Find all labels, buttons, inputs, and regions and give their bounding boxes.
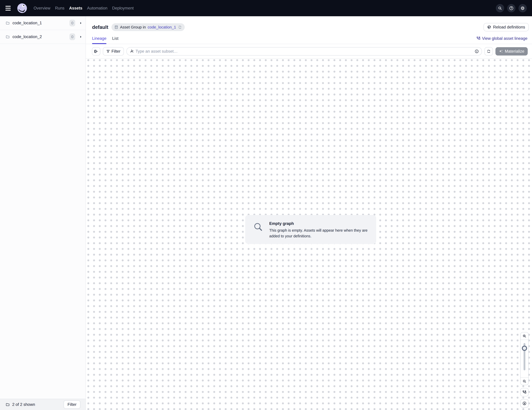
sparkle-icon (499, 49, 503, 53)
materialize-label: Materialize (505, 49, 524, 54)
gear-icon (520, 6, 525, 10)
graph-toolbar: Filter (86, 44, 532, 58)
refresh-graph-button[interactable] (484, 47, 493, 56)
toggle-sidebar-panel-button[interactable] (92, 47, 100, 56)
reload-definitions-button[interactable]: Reload definitions (484, 23, 529, 31)
nav-item-automation[interactable]: Automation (87, 6, 107, 10)
page-header: default Asset Group in code_location_1 (92, 16, 529, 33)
reload-cube-icon (487, 25, 491, 29)
folder-icon (6, 35, 10, 39)
filter-syntax-info-icon[interactable] (475, 49, 479, 53)
octopus-logo-icon (17, 3, 27, 13)
asset-subset-input[interactable] (135, 49, 473, 54)
zoom-in-icon (522, 334, 526, 338)
code-location-name: code_location_1 (12, 21, 42, 25)
op-selector-icon (130, 49, 134, 53)
zoom-out-button[interactable] (521, 378, 528, 385)
view-global-asset-lineage-link[interactable]: View global asset lineage (477, 33, 527, 44)
shown-count-label: 2 of 2 shown (12, 402, 35, 407)
primary-nav: Overview Runs Assets Automation Deployme… (34, 6, 134, 10)
asset-group-icon (114, 25, 118, 29)
help-icon (509, 6, 513, 10)
reload-definitions-label: Reload definitions (493, 25, 525, 29)
download-image-button[interactable] (520, 399, 529, 408)
zoom-controls (520, 332, 529, 408)
top-navbar: Overview Runs Assets Automation Deployme… (0, 0, 532, 16)
chevron-right-icon[interactable] (80, 22, 82, 24)
asset-group-badge: Asset Group in code_location_1 (112, 23, 185, 31)
empty-graph-texts: Empty graph This graph is empty. Assets … (269, 221, 375, 239)
view-tabs: Lineage List View global asset lineage (86, 33, 532, 44)
search-button[interactable] (496, 4, 504, 12)
magnifier-icon (254, 222, 263, 232)
code-location-link[interactable]: code_location_1 (148, 25, 176, 29)
hamburger-menu-icon[interactable] (5, 4, 14, 12)
lineage-graph-canvas[interactable]: Empty graph This graph is empty. Assets … (86, 58, 532, 410)
zoom-slider-knob[interactable] (522, 346, 527, 351)
search-icon (498, 6, 502, 10)
asset-groups-sidebar: code_location_1 0 code_location_2 0 2 of… (0, 16, 86, 410)
nav-item-deployment[interactable]: Deployment (112, 6, 133, 10)
open-panel-icon (94, 49, 98, 53)
empty-graph-card: Empty graph This graph is empty. Assets … (245, 215, 376, 244)
chevron-right-icon[interactable] (80, 36, 82, 38)
filter-funnel-icon (106, 49, 110, 53)
zoom-out-icon (522, 379, 526, 383)
code-location-name: code_location_2 (12, 34, 42, 39)
nav-item-assets[interactable]: Assets (69, 6, 83, 10)
zoom-in-button[interactable] (521, 332, 528, 340)
refresh-icon (487, 49, 491, 53)
empty-graph-title: Empty graph (269, 221, 375, 226)
download-circle-icon (522, 401, 527, 405)
empty-graph-description: This graph is empty. Assets will appear … (269, 227, 373, 239)
refresh-location-icon[interactable] (178, 25, 182, 29)
app-body: code_location_1 0 code_location_2 0 2 of… (0, 16, 532, 410)
folder-icon (6, 21, 10, 25)
dagster-logo[interactable] (17, 3, 27, 13)
nav-item-overview[interactable]: Overview (34, 6, 50, 10)
asset-subset-input-wrapper (126, 47, 482, 56)
graph-filter-button[interactable]: Filter (103, 47, 124, 56)
main-content: default Asset Group in code_location_1 (86, 16, 532, 410)
badge-prefix-label: Asset Group in (120, 25, 146, 29)
folder-icon (6, 403, 10, 407)
global-lineage-icon (477, 37, 481, 40)
sidebar-filter-button[interactable]: Filter (64, 400, 80, 409)
filter-button-label: Filter (112, 49, 120, 54)
nav-item-runs[interactable]: Runs (55, 6, 64, 10)
sidebar-item-code-location-2[interactable]: code_location_2 0 (0, 30, 86, 44)
navbar-actions (496, 4, 527, 12)
sidebar-item-code-location-1[interactable]: code_location_1 0 (0, 16, 86, 30)
tab-list[interactable]: List (112, 33, 118, 44)
sidebar-footer: 2 of 2 shown Filter (0, 399, 86, 410)
help-button[interactable] (507, 4, 515, 12)
global-lineage-label: View global asset lineage (482, 36, 527, 41)
graph-layout-icon (522, 390, 526, 394)
zoom-slider-group (520, 332, 529, 385)
materialize-button[interactable]: Materialize (495, 47, 528, 56)
settings-button[interactable] (518, 4, 527, 12)
tab-lineage[interactable]: Lineage (92, 33, 106, 44)
asset-count-badge: 0 (69, 33, 75, 40)
rearrange-graph-button[interactable] (520, 388, 529, 396)
zoom-slider (521, 340, 528, 377)
page-title: default (92, 24, 108, 30)
asset-count-badge: 0 (69, 20, 75, 26)
